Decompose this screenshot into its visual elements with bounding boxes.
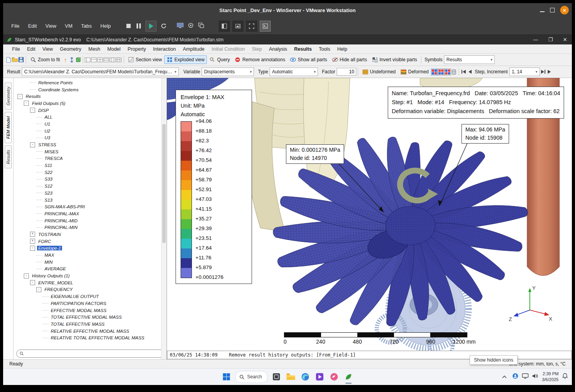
tree-item[interactable]: S23 xyxy=(14,190,167,197)
app-minimize-button[interactable]: — xyxy=(533,37,538,43)
tree-item[interactable]: MAX xyxy=(14,252,167,259)
viewport-3d[interactable]: Y X Z Envelope 1: MAX Unit: MPa Automati… xyxy=(167,78,572,351)
tree-item[interactable]: -ENTIRE_MODEL xyxy=(14,279,167,286)
remove-annotations-button[interactable]: Remove annotations xyxy=(232,55,288,64)
menu-item[interactable]: View xyxy=(41,23,60,29)
collapse-icon[interactable]: - xyxy=(30,142,35,147)
previous-step-icon[interactable] xyxy=(467,69,473,75)
show-all-parts-button[interactable]: Show all parts xyxy=(288,55,329,64)
tree-item[interactable]: RELATIVE EFFECTIVE MODAL MASS xyxy=(14,328,167,335)
vm-device-icon[interactable] xyxy=(177,22,184,30)
tree-item[interactable]: MIN xyxy=(14,259,167,266)
exploded-view-button[interactable]: Exploded view xyxy=(164,55,207,64)
model-tab[interactable]: Results xyxy=(5,145,12,169)
maximize-button[interactable] xyxy=(550,8,555,12)
max-annotation[interactable]: Max: 94.06 MPa Node id: 15908 xyxy=(461,124,509,144)
collapse-icon[interactable]: - xyxy=(24,273,29,278)
show-hidden-icons-button[interactable] xyxy=(500,372,509,382)
tree-item[interactable]: AVERAGE xyxy=(14,266,167,273)
media-player-button[interactable] xyxy=(314,371,326,383)
app-close-button[interactable]: ✕ xyxy=(563,37,567,43)
menu-item[interactable]: Amplitude xyxy=(179,46,208,52)
tree-item[interactable]: U3 xyxy=(14,135,167,142)
tray-network-icon[interactable] xyxy=(522,373,529,380)
menu-item[interactable]: Analysis xyxy=(266,46,291,52)
menu-item[interactable]: Model xyxy=(104,46,124,52)
tree-item[interactable]: Reference Points xyxy=(14,79,167,86)
tree-item[interactable]: S13 xyxy=(14,197,167,204)
menu-item[interactable]: Tabs xyxy=(77,23,96,29)
tree-item[interactable]: ALL xyxy=(14,114,167,121)
vm-snapshot-icon[interactable] xyxy=(187,22,194,30)
tree-item[interactable]: TOTAL EFFECTIVE MODAL MASS xyxy=(14,314,167,321)
app-maximize-button[interactable]: ❐ xyxy=(548,37,553,43)
tree-item[interactable]: S22 xyxy=(14,169,167,176)
fit-vertical-icon[interactable] xyxy=(69,57,75,63)
contour-style-icon-2[interactable] xyxy=(438,69,444,75)
menu-item[interactable]: Tools xyxy=(315,46,334,52)
tray-volume-icon[interactable] xyxy=(532,373,538,380)
collapse-icon[interactable]: - xyxy=(18,94,23,99)
vm-stop-icon[interactable] xyxy=(125,23,131,29)
tree-item[interactable]: -STRESS xyxy=(14,141,167,148)
view-box-icon-4[interactable] xyxy=(103,57,110,63)
save-icon[interactable] xyxy=(18,57,24,63)
menu-item[interactable]: Mesh xyxy=(85,46,104,52)
min-annotation[interactable]: Min: 0.0001276 MPa Node id: 14970 xyxy=(286,144,344,164)
view-box-icon-5[interactable] xyxy=(110,57,116,63)
tree-item[interactable]: PRINCIPAL-MID xyxy=(14,217,167,224)
contour-style-icon-3[interactable] xyxy=(444,69,451,75)
variable-dropdown[interactable]: Displacements▾ xyxy=(202,67,254,76)
model-tab[interactable]: FEM Model xyxy=(5,112,12,143)
view-box-icon-1[interactable] xyxy=(85,57,91,63)
undeformed-button[interactable]: Undeformed xyxy=(360,67,398,76)
vm-fullscreen-icon[interactable] xyxy=(246,21,257,32)
cube-icon[interactable] xyxy=(75,57,81,63)
tree-item[interactable]: +FORC xyxy=(14,238,167,245)
tree-scrollbar[interactable] xyxy=(161,78,167,359)
vm-play-icon[interactable] xyxy=(146,21,156,32)
vm-sidebar-toggle-icon[interactable] xyxy=(219,21,230,32)
file-explorer-button[interactable] xyxy=(285,371,297,383)
vm-thumbnail-toggle-icon[interactable] xyxy=(232,21,243,32)
collapse-icon[interactable]: - xyxy=(24,101,29,106)
tree-item[interactable]: MISES xyxy=(14,148,167,155)
tray-people-icon[interactable] xyxy=(512,373,518,381)
vm-restart-icon[interactable] xyxy=(160,23,167,29)
menu-item[interactable]: Edit xyxy=(23,46,39,52)
tree-item[interactable]: U2 xyxy=(14,128,167,135)
taskbar-search[interactable]: Search xyxy=(235,371,268,383)
tree-item[interactable]: -History Outputs (1) xyxy=(14,272,167,279)
cylinder-icon[interactable] xyxy=(451,69,457,75)
first-step-icon[interactable] xyxy=(461,69,467,75)
view-box-icon-3[interactable] xyxy=(97,57,103,63)
tree-item[interactable]: PARTICIPATION FACTORS xyxy=(14,300,167,307)
collapse-icon[interactable]: - xyxy=(30,280,35,285)
menu-item[interactable]: Initial Condition xyxy=(208,46,248,52)
tree-item[interactable]: TOTAL EFFECTIVE MASS xyxy=(14,321,167,328)
zoom-to-fit-button[interactable]: Zoom to fit xyxy=(28,55,62,64)
task-view-button[interactable] xyxy=(271,371,282,383)
tree-search-input[interactable] xyxy=(26,351,161,357)
menu-item[interactable]: Edit xyxy=(24,23,41,29)
menu-item[interactable]: Geometry xyxy=(57,46,85,52)
tree-item[interactable]: -Field Outputs (5) xyxy=(14,100,167,107)
next-step-icon[interactable] xyxy=(546,69,552,75)
tree-search-box[interactable] xyxy=(16,349,164,358)
minimize-button[interactable] xyxy=(540,11,545,12)
tree-item[interactable]: EFFECTIVE MODAL MASS xyxy=(14,307,167,314)
menu-item[interactable]: Step xyxy=(248,46,266,52)
expand-icon[interactable]: + xyxy=(30,239,35,244)
pink-app-button[interactable] xyxy=(328,371,340,383)
symbols-dropdown[interactable]: Results▾ xyxy=(444,55,495,64)
menu-item[interactable]: File xyxy=(9,46,23,52)
tree-scrollbar-thumb[interactable] xyxy=(162,124,166,243)
vm-console-icon[interactable] xyxy=(260,21,271,32)
view-box-icon-2[interactable] xyxy=(91,57,97,63)
collapse-icon[interactable]: - xyxy=(36,287,41,292)
menu-item[interactable]: Results xyxy=(291,46,315,52)
tree-item[interactable]: +TOSTRAIN xyxy=(14,231,167,238)
contour-style-icon-1[interactable] xyxy=(431,69,438,75)
factor-input[interactable] xyxy=(337,68,356,76)
view-box-icon-6[interactable] xyxy=(116,57,122,63)
